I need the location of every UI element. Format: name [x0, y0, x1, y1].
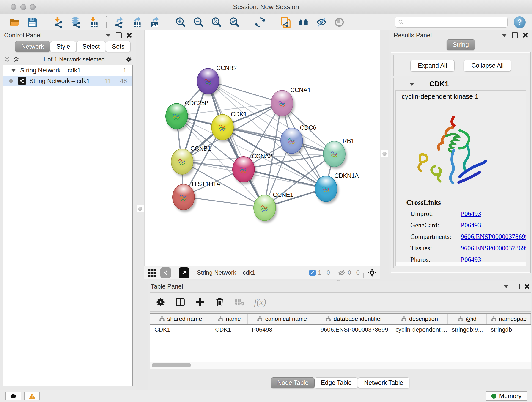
protein-expand-icon[interactable] [409, 83, 414, 86]
right-splitter-handle[interactable] [381, 150, 388, 157]
crosslink-row: Compartments:9606.ENSP00000378699 [410, 233, 526, 240]
expand-all-button[interactable]: Expand All [410, 60, 455, 71]
network-collection-row[interactable]: String Network – cdk1 1 [3, 65, 133, 76]
scrollbar-thumb[interactable] [152, 363, 191, 367]
panel-menu-icon[interactable] [502, 34, 507, 37]
node-RB1[interactable] [323, 141, 346, 167]
column-type-icon [491, 316, 497, 322]
import-network-database-icon[interactable] [70, 17, 82, 28]
tab-sets[interactable]: Sets [106, 41, 131, 52]
network-row-selected[interactable]: String Network – cdk1 11 48 [3, 76, 133, 86]
network-node-count: 11 [105, 77, 111, 85]
show-columns-icon[interactable] [175, 297, 185, 307]
delete-table-icon[interactable] [234, 297, 244, 307]
node-label-CCNE1: CCNE1 [273, 191, 293, 198]
node-CCNB1[interactable] [171, 148, 193, 175]
memory-button[interactable]: Memory [486, 391, 527, 401]
expand-all-icon[interactable] [13, 56, 20, 63]
protein-squiggle-icon [176, 154, 189, 169]
hidden-eye-icon[interactable] [338, 269, 346, 277]
protein-squiggle-icon [202, 74, 215, 88]
edge-CCNB2-CCNE1[interactable] [208, 81, 264, 207]
node-CCNE1[interactable] [253, 195, 276, 221]
zoom-selected-icon[interactable] [229, 17, 240, 28]
show-graphics-details-icon[interactable] [334, 17, 345, 28]
close-panel-icon[interactable] [523, 33, 528, 38]
tab-style[interactable]: Style [50, 41, 76, 52]
tab-network-table[interactable]: Network Table [358, 377, 409, 388]
column-header-canonical-name[interactable]: canonical name [248, 313, 317, 324]
column-header-shared-name[interactable]: shared name [150, 313, 211, 324]
grid-view-icon[interactable] [147, 268, 157, 278]
node-CDC6[interactable] [280, 128, 303, 154]
tab-node-table[interactable]: Node Table [271, 377, 315, 388]
edge-HIST1H1A-CCNE1[interactable] [183, 197, 264, 207]
collapse-all-icon[interactable] [4, 56, 11, 63]
function-builder-icon[interactable]: f(x) [254, 297, 266, 307]
results-scrollbar[interactable] [396, 262, 526, 266]
float-panel-icon[interactable] [514, 283, 520, 289]
warnings-button[interactable] [24, 392, 40, 400]
search-input[interactable] [406, 18, 505, 26]
column-header-name[interactable]: name [211, 313, 248, 324]
crosslink-link[interactable]: P06493 [461, 221, 526, 229]
export-network-icon[interactable] [114, 17, 125, 28]
add-column-icon[interactable] [195, 297, 205, 307]
node-CDK1[interactable] [211, 114, 234, 140]
import-table-file-icon[interactable] [88, 17, 99, 28]
zoom-in-icon[interactable] [175, 17, 186, 28]
close-panel-icon[interactable] [127, 33, 132, 38]
table-options-gear-icon[interactable] [156, 297, 166, 307]
refresh-icon[interactable] [254, 17, 266, 28]
first-neighbors-icon[interactable] [298, 17, 309, 28]
save-session-icon[interactable] [27, 17, 38, 28]
clone-network-icon[interactable] [280, 17, 291, 28]
float-panel-icon[interactable] [512, 32, 518, 38]
crosslink-link[interactable]: 9606.ENSP00000378699 [461, 244, 526, 252]
hide-selected-icon[interactable] [316, 17, 327, 28]
zoom-fit-icon[interactable] [211, 17, 222, 28]
float-panel-icon[interactable] [116, 32, 122, 38]
tab-network[interactable]: Network [15, 41, 50, 52]
collection-expand-icon[interactable] [12, 69, 16, 71]
export-table-icon[interactable] [132, 17, 143, 28]
birdseye-view-icon[interactable] [179, 268, 189, 278]
cloud-services-button[interactable] [6, 392, 21, 400]
node-HIST1H1A[interactable] [172, 184, 195, 210]
panel-menu-icon[interactable] [106, 34, 111, 37]
column-header-description[interactable]: description [391, 313, 448, 324]
tab-string[interactable]: String [447, 39, 475, 50]
column-type-icon [257, 316, 263, 322]
help-button[interactable]: ? [514, 16, 526, 28]
crosshair-icon[interactable] [367, 268, 377, 277]
export-image-icon[interactable] [149, 17, 161, 28]
crosslink-link[interactable]: P06493 [461, 210, 526, 217]
panel-menu-icon[interactable] [504, 285, 509, 288]
column-header-namespac[interactable]: namespac [487, 313, 531, 324]
node-CCNA1[interactable] [271, 90, 293, 116]
node-CCNA2[interactable] [232, 156, 255, 182]
import-network-file-icon[interactable] [52, 17, 64, 28]
tab-select[interactable]: Select [76, 41, 106, 52]
node-CCNB2[interactable] [197, 68, 219, 94]
results-panel: Results Panel String Expand All Collapse… [389, 30, 532, 274]
string-view-icon[interactable] [160, 268, 171, 278]
column-header-database-identifier[interactable]: database identifier [317, 313, 391, 324]
delete-column-icon[interactable] [215, 297, 225, 307]
column-header-@id[interactable]: @id [448, 313, 487, 324]
table-row[interactable]: CDK1CDK1P064939606.ENSP00000378699cyclin… [150, 325, 531, 335]
crosslink-link[interactable]: 9606.ENSP00000378699 [461, 233, 526, 240]
tab-edge-table[interactable]: Edge Table [315, 377, 358, 388]
network-canvas[interactable]: CCNB2CCNA1CDC25BCDK1CDC6RB1CCNB1CCNA2HIS… [144, 30, 380, 266]
close-panel-icon[interactable] [525, 284, 530, 289]
table-horizontal-scrollbar[interactable] [150, 362, 531, 369]
table-cell: stringdb [487, 326, 531, 333]
open-session-icon[interactable] [9, 17, 20, 28]
left-splitter-handle[interactable] [137, 205, 144, 212]
collapse-all-button[interactable]: Collapse All [464, 60, 511, 71]
selected-checkbox-icon[interactable]: ✓ [309, 269, 316, 276]
zoom-out-icon[interactable] [193, 17, 204, 28]
network-options-gear-icon[interactable] [125, 56, 132, 63]
node-CDKN1A[interactable] [315, 176, 337, 202]
node-CDC25B[interactable] [165, 103, 188, 129]
